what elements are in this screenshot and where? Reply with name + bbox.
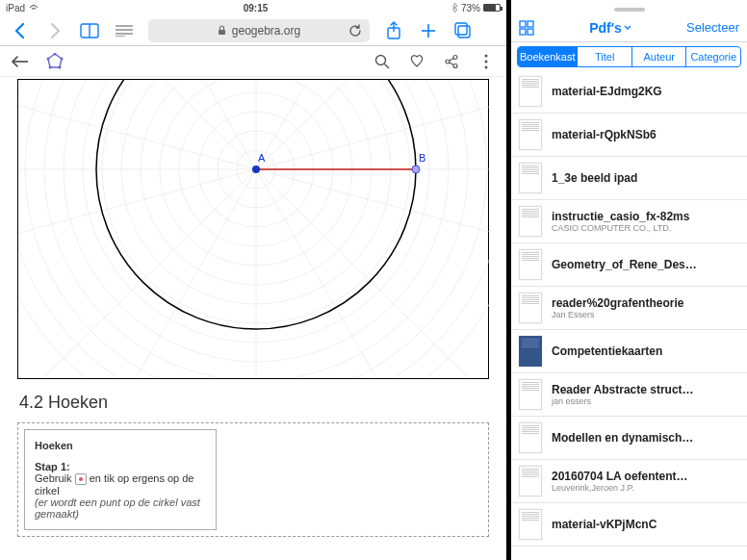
pdf-thumbnail-icon: [519, 466, 542, 496]
segment-categorie[interactable]: Categorie: [685, 47, 740, 66]
list-item[interactable]: 1_3e beeld ipad: [511, 157, 747, 200]
pdf-thumbnail-icon: [519, 509, 542, 540]
svg-rect-59: [520, 29, 526, 35]
tabs-button[interactable]: [452, 20, 474, 41]
list-item-subtitle: CASIO COMPUTER CO., LTD.: [552, 223, 739, 233]
list-item-title: Reader Abstracte struct…: [552, 383, 739, 396]
svg-point-16: [61, 57, 64, 60]
svg-marker-14: [48, 54, 62, 67]
geogebra-logo-icon[interactable]: [44, 51, 65, 72]
svg-point-17: [59, 65, 62, 68]
svg-rect-6: [219, 30, 225, 35]
list-item-title: 20160704 LA oefentent…: [552, 470, 739, 483]
list-item[interactable]: instructie_casio_fx-82msCASIO COMPUTER C…: [511, 200, 747, 243]
pdf-thumbnail-icon: [519, 379, 542, 410]
geogebra-header: [0, 46, 506, 77]
svg-point-24: [453, 64, 457, 67]
pdf-list[interactable]: material-EJdmg2KGmaterial-rQpkNSb61_3e b…: [511, 70, 747, 560]
pdf-toolbar: Pdf's Selecteer: [511, 13, 747, 42]
list-item-title: Competentiekaarten: [552, 344, 739, 358]
point-a-label: A: [258, 152, 266, 164]
favorite-icon[interactable]: [406, 51, 427, 72]
list-item[interactable]: Reader Abstracte struct…jan essers: [511, 373, 747, 417]
battery-icon: [483, 4, 501, 12]
svg-point-56: [412, 165, 420, 173]
back-button[interactable]: [10, 20, 31, 41]
segment-boekenkast[interactable]: Boekenkast: [518, 47, 577, 66]
forward-button[interactable]: [44, 20, 65, 41]
geogebra-back-button[interactable]: [10, 51, 31, 72]
list-item-title: material-EJdmg2KG: [552, 85, 739, 98]
instruction-note: (er wordt een punt op de cirkel vast gem…: [35, 496, 206, 520]
svg-point-22: [446, 60, 450, 64]
list-item[interactable]: material-vKPjMcnC: [511, 503, 747, 547]
instruction-line: Gebruik en tik op ergens op de cirkel: [35, 472, 206, 496]
section-title: 4.2 Hoeken: [19, 393, 487, 413]
pdf-thumbnail-icon: [519, 249, 542, 280]
svg-line-25: [450, 58, 454, 61]
pdf-thumbnail-icon: [519, 422, 542, 453]
svg-point-28: [485, 60, 488, 63]
list-item-subtitle: jan essers: [552, 396, 739, 406]
segment-titel[interactable]: Titel: [577, 47, 631, 66]
list-item-title: reader%20grafentheorie: [552, 296, 739, 310]
geogebra-content: A B 4.2 Hoeken Hoeken Stap 1: Gebruik en…: [0, 77, 506, 560]
point-b-label: B: [419, 152, 425, 164]
share-button[interactable]: [383, 20, 404, 41]
url-bar[interactable]: geogebra.org: [148, 19, 370, 42]
instruction-card[interactable]: Hoeken Stap 1: Gebruik en tik op ergens …: [17, 422, 489, 537]
select-button[interactable]: Selecteer: [686, 20, 739, 35]
svg-point-27: [485, 54, 488, 57]
svg-point-20: [376, 55, 386, 64]
geogebra-canvas[interactable]: A B: [17, 79, 489, 379]
list-item[interactable]: material-rQpkNSb6: [511, 114, 747, 157]
search-icon[interactable]: [372, 51, 393, 72]
reload-button[interactable]: [348, 24, 362, 38]
list-item[interactable]: Modellen en dynamisch…: [511, 417, 747, 460]
point-tool-icon: [75, 473, 87, 485]
list-item-title: material-vKPjMcnC: [552, 518, 739, 531]
list-item[interactable]: 20160704 LA oefentent…Leuverink,Jeroen J…: [511, 460, 747, 503]
safari-toolbar: geogebra.org: [0, 15, 506, 46]
list-item[interactable]: Geometry_of_Rene_Des…: [511, 243, 747, 287]
bookmarks-button[interactable]: [79, 20, 100, 41]
pdf-app-pane: Pdf's Selecteer BoekenkastTitelAuteurCat…: [511, 0, 747, 560]
svg-rect-11: [458, 26, 470, 38]
reader-button[interactable]: [114, 20, 135, 41]
slideover-handle[interactable]: [511, 0, 747, 13]
pdf-thumbnail-icon: [519, 206, 542, 237]
status-bar: iPad 09:15 73%: [0, 0, 506, 15]
svg-rect-60: [528, 29, 533, 35]
list-item-title: 1_3e beeld ipad: [552, 171, 739, 185]
list-item-title: material-rQpkNSb6: [552, 128, 739, 141]
pdf-thumbnail-icon: [519, 76, 542, 107]
svg-line-21: [385, 64, 390, 68]
lock-icon: [218, 25, 226, 36]
status-time: 09:15: [0, 3, 511, 13]
list-item[interactable]: material-EJdmg2KG: [511, 70, 747, 114]
svg-rect-58: [528, 21, 533, 27]
svg-point-19: [47, 57, 50, 60]
svg-point-18: [49, 65, 52, 68]
list-item-title: Modellen en dynamisch…: [552, 431, 739, 445]
safari-pane: iPad 09:15 73% geogebra.org: [0, 0, 511, 560]
pdf-thumbnail-icon: [519, 163, 542, 193]
app-share-icon[interactable]: [441, 51, 462, 72]
list-item-title: instructie_casio_fx-82ms: [552, 210, 739, 223]
pdf-thumbnail-icon: [519, 336, 542, 367]
new-tab-button[interactable]: [418, 20, 439, 41]
segmented-control[interactable]: BoekenkastTitelAuteurCategorie: [517, 46, 741, 67]
list-item[interactable]: Competentiekaarten: [511, 330, 747, 373]
instruction-heading: Hoeken: [35, 440, 206, 451]
pdf-title-dropdown[interactable]: Pdf's: [589, 20, 631, 36]
svg-line-26: [450, 63, 454, 65]
segment-auteur[interactable]: Auteur: [631, 47, 686, 66]
more-icon[interactable]: [476, 51, 497, 72]
chevron-down-icon: [624, 25, 631, 31]
list-item-subtitle: Jan Essers: [552, 310, 739, 319]
list-item-subtitle: Leuverink,Jeroen J.P.: [552, 483, 739, 493]
instruction-step-label: Stap 1:: [35, 461, 70, 472]
pdf-thumbnail-icon: [519, 119, 542, 150]
grid-view-button[interactable]: [519, 20, 534, 36]
list-item[interactable]: reader%20grafentheorieJan Essers: [511, 287, 747, 330]
